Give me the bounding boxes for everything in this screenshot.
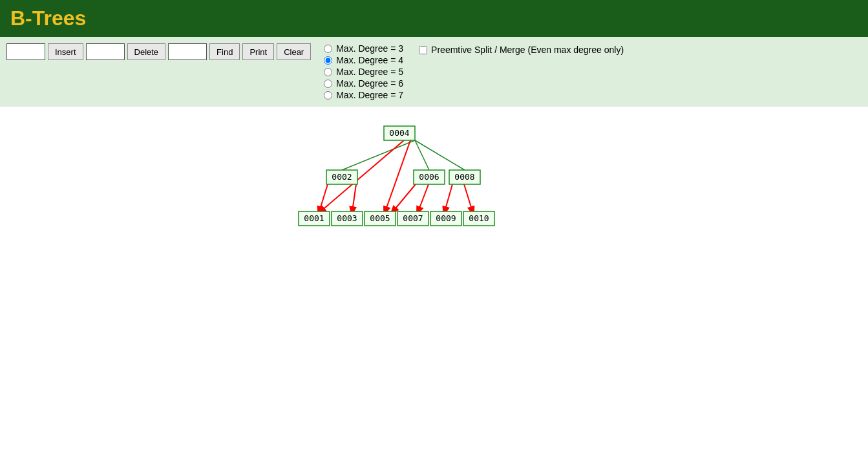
node-n6-text: 0006 xyxy=(419,172,439,182)
degree-7-text: Max. Degree = 7 xyxy=(336,90,403,100)
tree-svg: 0004 0002 0006 0008 0001 0003 0005 0007 … xyxy=(0,107,868,430)
degree-3-radio[interactable] xyxy=(324,45,332,53)
arrow-n2-n1 xyxy=(319,184,328,211)
clear-button[interactable]: Clear xyxy=(277,43,311,60)
toolbar-controls: Insert Delete Find Print Clear xyxy=(6,43,311,60)
degree-radio-group: Max. Degree = 3 Max. Degree = 4 Max. Deg… xyxy=(324,43,403,100)
arrow-n8-n10 xyxy=(464,184,472,211)
toolbar-options: Max. Degree = 3 Max. Degree = 4 Max. Deg… xyxy=(324,43,624,100)
degree-6-radio[interactable] xyxy=(324,80,332,88)
node-n10-text: 0010 xyxy=(469,213,489,223)
arrow-n6-n5 xyxy=(393,184,416,211)
page-header: B-Trees xyxy=(0,0,868,37)
degree-6-text: Max. Degree = 6 xyxy=(336,78,403,89)
preemtive-checkbox[interactable] xyxy=(419,46,427,54)
insert-button[interactable]: Insert xyxy=(48,43,83,60)
degree-5-label[interactable]: Max. Degree = 5 xyxy=(324,67,403,77)
degree-7-label[interactable]: Max. Degree = 7 xyxy=(324,90,403,100)
insert-input[interactable] xyxy=(6,43,45,60)
toolbar: Insert Delete Find Print Clear Max. Degr… xyxy=(0,37,868,107)
degree-5-radio[interactable] xyxy=(324,68,332,76)
node-n3-text: 0003 xyxy=(337,213,357,223)
preemtive-text: Preemtive Split / Merge (Even max degree… xyxy=(431,45,624,55)
degree-7-radio[interactable] xyxy=(324,91,332,100)
node-n5-text: 0005 xyxy=(370,213,390,223)
node-n1-text: 0001 xyxy=(304,213,324,223)
node-n7-text: 0007 xyxy=(403,213,423,223)
degree-4-text: Max. Degree = 4 xyxy=(336,55,403,65)
node-n8-text: 0008 xyxy=(454,172,474,182)
page-title: B-Trees xyxy=(10,6,858,30)
node-n9-text: 0009 xyxy=(436,213,456,223)
print-button[interactable]: Print xyxy=(242,43,274,60)
arrow-n2-n3 xyxy=(352,184,356,211)
arrow-n8-n9 xyxy=(445,184,452,211)
node-root-text: 0004 xyxy=(389,128,409,138)
degree-4-radio[interactable] xyxy=(324,56,332,65)
preemtive-checkbox-label[interactable]: Preemtive Split / Merge (Even max degree… xyxy=(419,45,624,55)
degree-5-text: Max. Degree = 5 xyxy=(336,67,403,77)
degree-6-label[interactable]: Max. Degree = 6 xyxy=(324,78,403,89)
degree-3-label[interactable]: Max. Degree = 3 xyxy=(324,43,403,54)
delete-button[interactable]: Delete xyxy=(127,43,166,60)
edge-root-n2 xyxy=(342,140,415,170)
node-n2-text: 0002 xyxy=(332,172,352,182)
delete-input[interactable] xyxy=(86,43,125,60)
find-input[interactable] xyxy=(168,43,207,60)
degree-4-label[interactable]: Max. Degree = 4 xyxy=(324,55,403,65)
find-button[interactable]: Find xyxy=(209,43,240,60)
tree-canvas: 0004 0002 0006 0008 0001 0003 0005 0007 … xyxy=(0,107,868,430)
degree-3-text: Max. Degree = 3 xyxy=(336,43,403,54)
arrow-n6-n7 xyxy=(418,184,429,211)
